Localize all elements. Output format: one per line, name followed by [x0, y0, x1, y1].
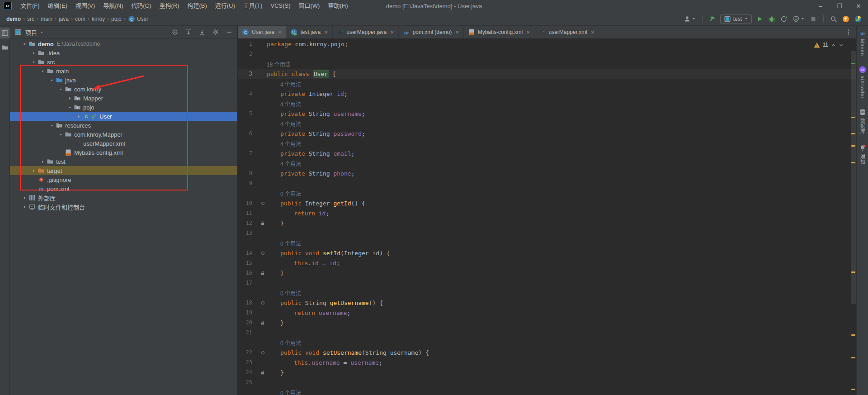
run-config-select[interactable]: test [720, 14, 752, 24]
menu-item-6[interactable]: 重构(R) [155, 0, 183, 12]
editor-line-19[interactable]: 19return username; [238, 308, 856, 318]
build-project-button[interactable] [708, 14, 717, 24]
tab-close-icon[interactable]: ✕ [390, 30, 394, 35]
usages-hint-text[interactable]: 4 个用法 [280, 141, 301, 148]
next-warning-icon[interactable] [839, 43, 844, 48]
tab-close-icon[interactable]: ✕ [455, 30, 459, 35]
breadcrumb-item-knroy[interactable]: knroy [92, 16, 105, 22]
usages-hint-text[interactable]: 4 个用法 [280, 121, 301, 128]
tree-item-test[interactable]: test [10, 157, 237, 166]
menu-item-5[interactable]: 代码(C) [127, 0, 155, 12]
tree-item-demo[interactable]: demoE:\JavaTest\demo [10, 39, 237, 48]
aixcoder-tool-window-button[interactable]: aXaiXcoder [859, 66, 866, 99]
update-notification-button[interactable] [841, 14, 850, 24]
editor-line-23[interactable]: 23this.username = username; [238, 357, 856, 367]
tree-chevron-icon[interactable] [21, 42, 28, 47]
tree-item-usermapper.xml[interactable]: userMapper.xml [10, 139, 237, 148]
tab-close-icon[interactable]: ✕ [591, 30, 594, 35]
tree-chevron-icon[interactable] [30, 168, 37, 173]
tab-close-icon[interactable]: ✕ [324, 30, 328, 35]
editor-line-6[interactable]: 6private String password; [238, 128, 856, 138]
tree-item-user[interactable]: CUser [10, 112, 237, 121]
error-stripe-mark[interactable] [851, 117, 855, 118]
menu-item-9[interactable]: 工具(T) [239, 0, 267, 12]
usages-hint-text[interactable]: 4 个用法 [280, 81, 301, 88]
breadcrumb-item-main[interactable]: main [41, 16, 52, 22]
tab-close-icon[interactable]: ✕ [526, 30, 530, 35]
usages-hint-text[interactable]: 4 个用法 [280, 161, 301, 167]
tree-chevron-icon[interactable] [21, 195, 28, 200]
tab-pom.xml-demo-[interactable]: mpom.xml (demo)✕ [399, 26, 464, 38]
tree-item-mapper[interactable]: Mapper [10, 94, 237, 103]
editor-line-hint[interactable]: 4 个用法 [238, 99, 856, 109]
tree-item-com.knroy[interactable]: com.knroy [10, 85, 237, 94]
editor-line-18[interactable]: 18public String getUsername() { [238, 298, 856, 308]
tab-usermapper.xml[interactable]: userMapper.xml✕ [534, 26, 599, 38]
editor-line-hint[interactable]: 0 个用法 [238, 238, 856, 248]
inspections-widget[interactable]: 11 [814, 42, 844, 48]
editor-line-hint[interactable]: 4 个用法 [238, 79, 856, 89]
close-button[interactable]: ✕ [849, 0, 868, 12]
error-stripe-mark[interactable] [851, 357, 855, 358]
editor-line-25[interactable]: 25 [238, 377, 856, 387]
editor-line-hint[interactable]: 18 个用法 [238, 59, 856, 69]
tree-chevron-icon[interactable] [30, 51, 37, 56]
expand-all-button[interactable] [184, 28, 193, 37]
breadcrumb-item-src[interactable]: src [27, 16, 34, 22]
minimize-button[interactable]: – [811, 0, 830, 12]
tree-chevron-icon[interactable] [39, 159, 46, 164]
menu-item-7[interactable]: 构建(B) [183, 0, 211, 12]
tree-chevron-icon[interactable] [57, 132, 64, 137]
error-stripe-mark[interactable] [851, 334, 855, 336]
run-button[interactable] [755, 14, 764, 24]
breadcrumb-item-user[interactable]: CUser [128, 15, 148, 23]
menu-item-8[interactable]: 运行(U) [211, 0, 239, 12]
usages-hint-text[interactable]: 4 个用法 [280, 101, 301, 108]
debug-button[interactable] [767, 14, 776, 24]
tree-item-mybatis-config.xml[interactable]: <>Mybatis-config.xml [10, 148, 237, 157]
editor-line-hint[interactable]: 0 个用法 [238, 188, 856, 198]
editor-line-13[interactable]: 13 [238, 228, 856, 238]
tree-chevron-icon[interactable] [48, 123, 55, 128]
tree-item-外部库[interactable]: 外部库 [10, 193, 237, 202]
select-opened-file-button[interactable] [170, 28, 179, 37]
editor-line-hint[interactable]: 0 个用法 [238, 288, 856, 298]
editor-line-15[interactable]: 15this.id = id; [238, 258, 856, 268]
menu-item-10[interactable]: VCS(S) [266, 0, 294, 12]
tree-item-resources[interactable]: resources [10, 121, 237, 130]
run-with-coverage-button[interactable] [792, 14, 806, 24]
tab-test.java[interactable]: Ctest.java✕ [286, 26, 332, 38]
editor-line-hint[interactable]: 0 个用法 [238, 387, 856, 395]
breadcrumb-item-com[interactable]: com [75, 16, 85, 22]
editor-line-11[interactable]: 11return id; [238, 208, 856, 218]
breadcrumb-item-pojo[interactable]: pojo [111, 16, 122, 22]
editor-line-7[interactable]: 7private String email; [238, 148, 856, 158]
editor-line-9[interactable]: 9 [238, 178, 856, 188]
menu-item-12[interactable]: 帮助(H) [324, 0, 352, 12]
tree-item-com.knroy.mapper[interactable]: com.knroy.Mapper [10, 130, 237, 139]
usages-hint-text[interactable]: 0 个用法 [280, 290, 301, 297]
tree-chevron-icon[interactable] [75, 114, 82, 119]
editor-line-22[interactable]: 22public void setUsername(String usernam… [238, 347, 856, 357]
stop-button[interactable] [809, 14, 818, 24]
tab-usermapper.java[interactable]: userMapper.java✕ [333, 26, 399, 38]
editor-scrollbar[interactable] [851, 51, 856, 304]
favorites-tool-window-button[interactable] [0, 42, 10, 53]
editor-line-8[interactable]: 8private String phone; [238, 168, 856, 178]
editor-line-2[interactable]: 2 [238, 49, 856, 59]
maven-tool-window-button[interactable]: mMaven [859, 29, 866, 56]
usages-hint-text[interactable]: 0 个用法 [280, 390, 301, 395]
tree-chevron-icon[interactable] [39, 69, 46, 74]
editor-line-4[interactable]: 4private Integer id; [238, 89, 856, 99]
tree-chevron-icon[interactable] [66, 96, 73, 101]
tree-item-.idea[interactable]: .idea [10, 48, 237, 57]
editor-line-10[interactable]: 10public Integer getId() { [238, 198, 856, 208]
tree-chevron-icon[interactable] [48, 78, 55, 83]
tree-chevron-icon[interactable] [57, 87, 64, 92]
prev-warning-icon[interactable] [831, 43, 836, 48]
tree-chevron-icon[interactable] [21, 205, 28, 209]
editor-line-16[interactable]: 16} [238, 268, 856, 278]
editor-line-12[interactable]: 12} [238, 218, 856, 228]
tree-chevron-icon[interactable] [30, 60, 37, 65]
editor-line-hint[interactable]: 4 个用法 [238, 119, 856, 128]
